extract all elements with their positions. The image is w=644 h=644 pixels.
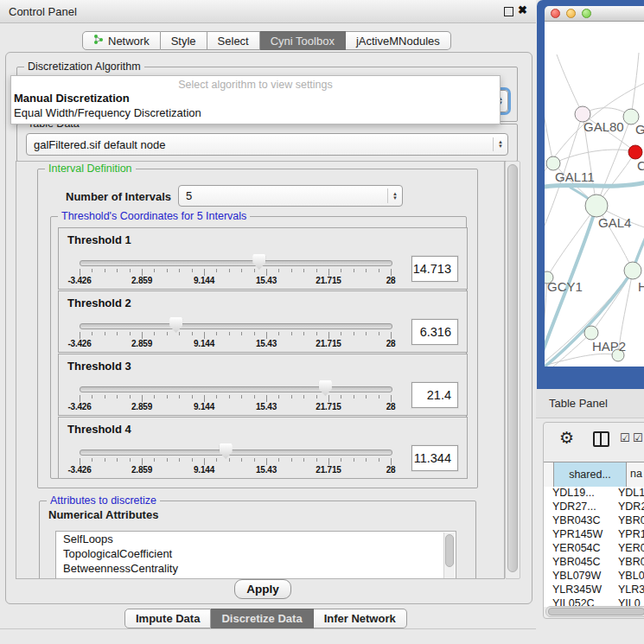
- cell-name: YDL1: [618, 487, 644, 501]
- number-of-intervals-value: 5: [179, 189, 387, 202]
- control-panel-tabbar: NetworkStyleSelectCyni ToolboxjActiveMNo…: [82, 31, 451, 50]
- slider-track[interactable]: [80, 450, 392, 456]
- network-canvas[interactable]: GAL80GACGAL11GAL4GCY1HHAP2: [545, 22, 644, 367]
- algorithm-option-manual[interactable]: Manual Discretization: [11, 91, 500, 105]
- tab-select[interactable]: Select: [207, 31, 260, 50]
- bottom-tab-impute-data[interactable]: Impute Data: [124, 609, 211, 628]
- network-edge[interactable]: [631, 53, 639, 117]
- table-row[interactable]: YDR27...YDR2: [544, 501, 644, 514]
- number-of-intervals-combobox[interactable]: 5 ▲▼: [178, 185, 403, 207]
- network-node-green[interactable]: [546, 156, 560, 170]
- cell-name: YBL0: [618, 570, 644, 583]
- close-traffic-light-icon[interactable]: [551, 9, 560, 18]
- threshold-value-field[interactable]: 21.4: [411, 382, 458, 408]
- cell-name: YBR0: [618, 514, 644, 528]
- table-horizontal-scrollbar[interactable]: [545, 606, 644, 617]
- tab-network[interactable]: Network: [82, 31, 161, 50]
- cell-shared-name: YBL079W: [544, 570, 618, 583]
- network-node-label: GA: [635, 122, 644, 137]
- table-row[interactable]: YLR345WYLR3: [544, 583, 644, 597]
- network-node-green[interactable]: [584, 326, 598, 340]
- network-node-green[interactable]: [585, 194, 608, 217]
- algorithm-option-equal-width[interactable]: Equal Width/Frequency Discretization: [11, 105, 500, 120]
- network-edge[interactable]: [547, 206, 596, 277]
- table-data-combobox[interactable]: galFiltered.sif default node ▲▼: [26, 133, 508, 156]
- tab-jactivemnodules[interactable]: jActiveMNodules: [346, 31, 451, 50]
- tab-label: jActiveMNodules: [356, 35, 440, 48]
- bottom-tab-discretize-data[interactable]: Discretize Data: [211, 609, 313, 628]
- table-row[interactable]: YBL079WYBL0: [544, 570, 644, 583]
- network-window-titlebar[interactable]: [545, 6, 644, 22]
- threshold-value-field[interactable]: 11.344: [411, 445, 458, 471]
- zoom-traffic-light-icon[interactable]: [582, 9, 591, 18]
- network-edge[interactable]: [553, 150, 635, 163]
- bottom-divider: [0, 628, 536, 629]
- tab-label: Style: [171, 35, 196, 48]
- apply-button[interactable]: Apply: [234, 579, 291, 599]
- network-edge[interactable]: [557, 54, 583, 114]
- threshold-value-field[interactable]: 14.713: [411, 256, 458, 282]
- attributes-group-title: Attributes to discretize: [47, 494, 160, 507]
- attributes-list-scrollbar[interactable]: [443, 532, 455, 579]
- threshold-box-1: Threshold 1-3.4262.8599.14415.4321.71528…: [58, 227, 468, 290]
- threshold-box-4: Threshold 4-3.4262.8599.14415.4321.71528…: [58, 417, 468, 479]
- attribute-item-betweennesscentrality[interactable]: BetweennessCentrality: [56, 561, 456, 576]
- columns-icon[interactable]: [593, 431, 609, 447]
- cell-shared-name: YBR043C: [544, 514, 618, 528]
- slider-track[interactable]: [80, 386, 392, 392]
- threshold-value-field[interactable]: 6.316: [411, 319, 458, 345]
- table-panel: ⚙ ☑ ☑ shared... na YDL19...YDL1YDR27...Y…: [543, 422, 644, 619]
- tab-label: Impute Data: [136, 612, 200, 625]
- table-row[interactable]: YER054CYER0: [544, 542, 644, 556]
- network-node-green[interactable]: [624, 262, 641, 279]
- threshold-box-2: Threshold 2-3.4262.8599.14415.4321.71528…: [58, 290, 468, 353]
- bottom-tabbar: Impute DataDiscretize DataInfer Network: [124, 609, 407, 628]
- table-row[interactable]: YDL19...YDL1: [544, 487, 644, 501]
- cell-shared-name: YER054C: [544, 542, 618, 556]
- network-node-label: H: [638, 279, 644, 294]
- bottom-tab-infer-network[interactable]: Infer Network: [314, 609, 407, 628]
- table-header-name[interactable]: na: [630, 468, 642, 480]
- settings-gear-icon[interactable]: ⚙: [559, 430, 574, 446]
- settings-vertical-scrollbar[interactable]: [505, 161, 520, 579]
- table-body: YDL19...YDL1YDR27...YDR2YBR043CYBR0YPR14…: [544, 487, 644, 607]
- table-header-shared-name[interactable]: shared...: [553, 462, 627, 487]
- slider-tick-labels: -3.4262.8599.14415.4321.71528: [80, 276, 391, 286]
- minimize-traffic-light-icon[interactable]: [566, 9, 576, 18]
- thresholds-group: Threshold's Coordinates for 5 Intervals …: [50, 216, 467, 479]
- algorithm-placeholder-option[interactable]: Select algorithm to view settings: [11, 76, 500, 91]
- app-root: Control Panel ✖ NetworkStyleSelectCyni T…: [0, 0, 644, 644]
- cell-shared-name: YDL19...: [544, 487, 618, 501]
- scrollbar-thumb[interactable]: [507, 164, 518, 572]
- threshold-label: Threshold 2: [67, 296, 131, 309]
- cell-shared-name: YPR145W: [544, 528, 618, 542]
- tab-cyni-toolbox[interactable]: Cyni Toolbox: [260, 31, 346, 50]
- table-row[interactable]: YBR045CYBR0: [544, 556, 644, 570]
- numerical-attributes-label: Numerical Attributes: [48, 508, 158, 521]
- network-node-red[interactable]: [628, 145, 642, 159]
- checkbox-icon[interactable]: ☑: [633, 432, 643, 443]
- float-window-icon[interactable]: [504, 7, 513, 16]
- threshold-label: Threshold 3: [67, 360, 131, 373]
- cell-name: YLR3: [618, 583, 644, 597]
- slider-ticks: [80, 457, 391, 465]
- slider-ticks: [80, 268, 391, 276]
- control-panel-titlebar: Control Panel ✖: [0, 0, 536, 23]
- tab-label: Cyni Toolbox: [271, 35, 335, 48]
- close-icon[interactable]: ✖: [518, 3, 527, 16]
- table-row[interactable]: YBR043CYBR0: [544, 514, 644, 528]
- scrollbar-thumb[interactable]: [548, 608, 644, 615]
- cell-name: YPR1: [618, 528, 644, 542]
- table-row[interactable]: YPR145WYPR1: [544, 528, 644, 542]
- network-edge[interactable]: [545, 105, 553, 163]
- table-header-row: shared... na: [544, 462, 644, 488]
- attribute-item-selfloops[interactable]: SelfLoops: [56, 532, 456, 546]
- slider-track[interactable]: [80, 323, 392, 329]
- table-panel-title: Table Panel: [549, 397, 608, 410]
- combo-arrows-icon: ▲▼: [387, 188, 402, 202]
- numerical-attributes-list[interactable]: SelfLoopsTopologicalCoefficientBetweenne…: [55, 531, 456, 579]
- tab-style[interactable]: Style: [161, 31, 207, 50]
- attribute-item-topologicalcoefficient[interactable]: TopologicalCoefficient: [56, 546, 456, 561]
- slider-track[interactable]: [80, 260, 392, 266]
- checkbox-icon[interactable]: ☑: [620, 432, 630, 443]
